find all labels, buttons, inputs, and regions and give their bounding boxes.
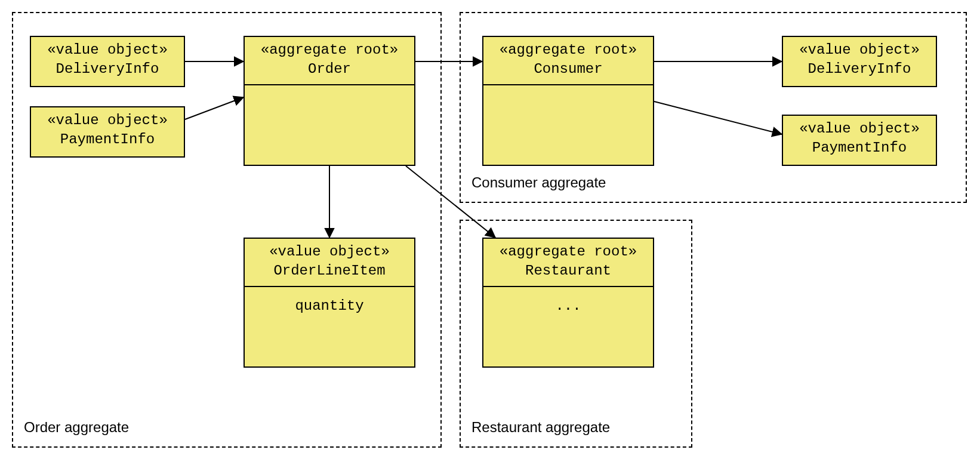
restaurant-box: «aggregate root» Restaurant ...	[482, 238, 654, 368]
class-name: DeliveryInfo	[33, 60, 181, 79]
class-name: PaymentInfo	[33, 130, 181, 149]
delivery-info-box-2: «value object» DeliveryInfo	[782, 36, 937, 87]
stereotype-label: «aggregate root»	[486, 242, 651, 261]
stereotype-label: «value object»	[33, 111, 181, 130]
delivery-info-box: «value object» DeliveryInfo	[30, 36, 185, 87]
payment-info-box-2: «value object» PaymentInfo	[782, 115, 937, 166]
order-line-item-box: «value object» OrderLineItem quantity	[244, 238, 415, 368]
stereotype-label: «aggregate root»	[247, 41, 412, 60]
stereotype-label: «value object»	[247, 242, 412, 261]
class-name: DeliveryInfo	[785, 60, 933, 79]
class-name: PaymentInfo	[785, 138, 933, 158]
attribute-label: ...	[483, 287, 653, 314]
stereotype-label: «value object»	[33, 41, 181, 60]
class-name: Order	[247, 60, 412, 79]
stereotype-label: «aggregate root»	[486, 41, 651, 60]
consumer-aggregate-label: Consumer aggregate	[471, 174, 606, 191]
attribute-label: quantity	[245, 287, 414, 314]
class-name: Restaurant	[486, 261, 651, 281]
order-aggregate-label: Order aggregate	[24, 419, 129, 436]
stereotype-label: «value object»	[785, 119, 933, 138]
consumer-box: «aggregate root» Consumer	[482, 36, 654, 166]
payment-info-box: «value object» PaymentInfo	[30, 106, 185, 158]
order-box: «aggregate root» Order	[244, 36, 415, 166]
restaurant-aggregate-label: Restaurant aggregate	[471, 419, 610, 436]
class-name: Consumer	[486, 60, 651, 79]
class-name: OrderLineItem	[247, 261, 412, 281]
diagram-canvas: Order aggregate Consumer aggregate Resta…	[0, 0, 980, 456]
stereotype-label: «value object»	[785, 41, 933, 60]
